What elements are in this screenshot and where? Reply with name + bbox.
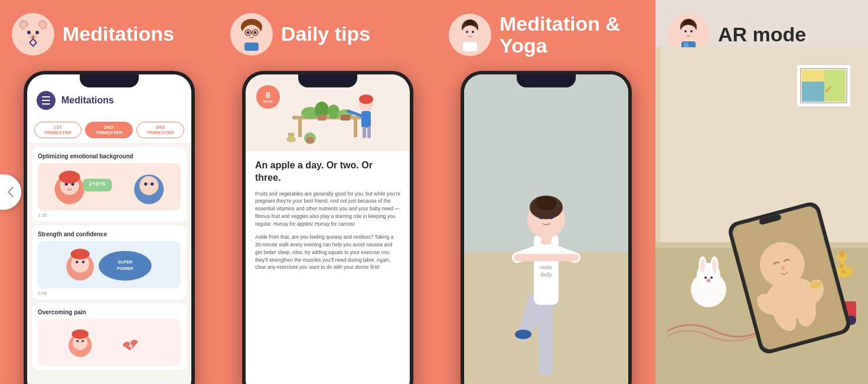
- panel2-header: Daily tips: [218, 0, 437, 65]
- svg-point-67: [462, 25, 478, 42]
- week-badge: 8 week: [256, 85, 280, 109]
- svg-point-20: [151, 183, 154, 186]
- trimester-tabs: 1ST TRIMESTER 2ND TRIMESTER 3RD TRIMESTE…: [27, 117, 191, 144]
- power-illustration: SUPER POWER: [38, 241, 181, 288]
- svg-point-55: [359, 95, 373, 104]
- svg-rect-56: [361, 111, 371, 128]
- svg-text:SUPER: SUPER: [118, 260, 133, 265]
- panel2-title: Daily tips: [281, 23, 370, 45]
- phone-mockup-1: Meditations 1ST TRIMESTER 2ND TRIMESTER …: [24, 71, 195, 384]
- prev-arrow[interactable]: [0, 174, 21, 210]
- svg-point-69: [472, 31, 474, 33]
- svg-point-18: [139, 176, 158, 195]
- screen-title: Meditations: [61, 95, 114, 106]
- item2-illustration: SUPER POWER: [38, 241, 181, 288]
- svg-point-19: [144, 183, 147, 186]
- svg-point-25: [71, 249, 90, 259]
- svg-rect-42: [244, 43, 259, 51]
- svg-point-101: [550, 216, 553, 219]
- panel3-title: Meditation & Yoga: [500, 13, 644, 57]
- svg-rect-53: [306, 137, 314, 143]
- tab-1st[interactable]: 1ST TRIMESTER: [34, 122, 81, 138]
- panel1-avatar: [12, 13, 54, 56]
- phone-notch-3: [517, 74, 576, 87]
- svg-point-125: [840, 250, 844, 258]
- svg-rect-45: [354, 119, 357, 137]
- panel-daily-tips: Daily tips 8 week: [218, 0, 437, 384]
- svg-point-14: [59, 171, 80, 184]
- svg-rect-59: [367, 126, 371, 138]
- meditation-item-3: Overcoming pain: [32, 303, 187, 370]
- svg-point-126: [840, 264, 843, 268]
- svg-point-63: [292, 133, 295, 136]
- svg-text:POWER: POWER: [117, 266, 133, 271]
- svg-point-136: [700, 259, 705, 273]
- svg-rect-44: [298, 119, 302, 137]
- meditation-item-2: Strength and confidence SUPER POWER: [32, 225, 187, 300]
- yoga-woman-icon: [452, 17, 488, 53]
- svg-point-23: [76, 261, 78, 263]
- svg-point-33: [71, 330, 89, 339]
- svg-point-38: [254, 31, 257, 34]
- svg-point-140: [707, 279, 710, 282]
- svg-text:2+2=5: 2+2=5: [89, 180, 105, 187]
- screen2-content: An apple a day. Or two. Or three. Fruits…: [246, 151, 410, 285]
- svg-rect-51: [341, 115, 350, 121]
- svg-rect-58: [363, 126, 366, 138]
- faces-illustration: 2+2=5: [38, 163, 181, 210]
- svg-point-108: [690, 30, 693, 32]
- svg-point-68: [466, 31, 468, 33]
- svg-point-37: [247, 31, 250, 34]
- svg-point-106: [680, 25, 697, 41]
- svg-text:Hello: Hello: [540, 265, 553, 271]
- tab-3rd[interactable]: 3RD TRIMESTER: [136, 122, 184, 138]
- heart-illustration: [38, 319, 181, 366]
- woman-icon: [234, 17, 269, 52]
- svg-rect-70: [463, 42, 477, 51]
- svg-rect-123: [840, 260, 844, 278]
- item3-illustration: [38, 319, 181, 366]
- ar-scene: ✓: [655, 47, 868, 384]
- svg-point-139: [710, 276, 713, 279]
- svg-point-31: [76, 340, 79, 343]
- svg-point-137: [712, 259, 717, 273]
- svg-point-127: [842, 271, 845, 274]
- svg-point-7: [35, 31, 39, 34]
- svg-text:✓: ✓: [824, 83, 834, 96]
- phone-notch-2: [298, 74, 357, 87]
- phone-notch-1: [80, 74, 139, 87]
- screen-yoga: Hello Belly: [464, 74, 628, 384]
- svg-point-6: [27, 31, 31, 34]
- svg-point-36: [242, 25, 261, 44]
- screen-meditations: Meditations 1ST TRIMESTER 2ND TRIMESTER …: [27, 74, 191, 384]
- article-body-2: Aside from that, are you feeling queasy …: [255, 233, 400, 271]
- svg-point-100: [539, 216, 543, 219]
- panel-yoga: Meditation & Yoga: [437, 0, 655, 384]
- panel1-header: Meditations: [0, 0, 218, 65]
- tab-2nd[interactable]: 2ND TRIMESTER: [85, 122, 133, 138]
- phone-mockup-2: 8 week: [242, 71, 413, 384]
- yoga-photo: Hello Belly: [464, 74, 628, 384]
- panel-ar: AR mode ✓: [655, 0, 868, 384]
- svg-point-24: [82, 261, 84, 263]
- panel2-avatar: [230, 13, 273, 56]
- week-label: week: [263, 99, 273, 103]
- ar-woman-icon: [671, 17, 706, 52]
- svg-rect-120: [655, 47, 660, 248]
- svg-rect-118: [802, 70, 824, 82]
- svg-point-4: [40, 22, 45, 28]
- item1-illustration: 2+2=5: [38, 163, 181, 210]
- svg-point-138: [704, 276, 707, 279]
- svg-point-26: [99, 251, 152, 281]
- yoga-scene: Hello Belly: [464, 74, 628, 384]
- phone-mockup-3: Hello Belly: [461, 71, 632, 384]
- menu-icon[interactable]: [37, 91, 56, 110]
- article-body-1: Fruits and vegetables are generally good…: [255, 190, 400, 228]
- item3-title: Overcoming pain: [38, 309, 181, 315]
- svg-point-32: [81, 340, 84, 343]
- svg-point-99: [536, 196, 557, 210]
- item2-title: Strength and confidence: [38, 231, 181, 237]
- bear-icon: [15, 17, 51, 52]
- item1-duration: 1:35: [38, 213, 181, 218]
- ar-room-scene: ✓: [655, 47, 868, 384]
